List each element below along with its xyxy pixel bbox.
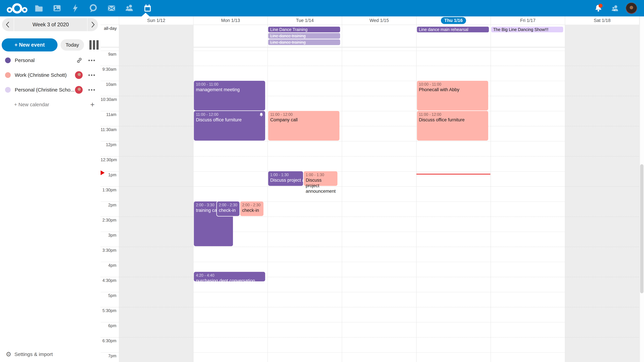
gear-icon: ⚙ — [6, 351, 12, 358]
time-axis-label: 11am — [100, 112, 116, 117]
event-title: Discuss office furniture — [196, 117, 263, 123]
time-axis-label: 3:30pm — [100, 248, 116, 253]
calendar-menu-icon[interactable] — [88, 87, 95, 92]
hour-gridline — [100, 81, 639, 81]
day-column-separator — [268, 16, 268, 362]
weekend-column-shading — [565, 25, 639, 362]
activity-app-lightning-icon[interactable] — [69, 0, 82, 16]
time-axis-label: 5pm — [100, 293, 116, 298]
event-time: 4:20 - 4:40 — [196, 273, 263, 278]
week-label-button[interactable]: Week 3 of 2020 — [14, 18, 87, 31]
half-hour-gridline — [100, 186, 639, 187]
day-column-separator — [490, 16, 491, 362]
all-day-event-chip[interactable]: Line dance training — [268, 33, 340, 39]
time-axis-label: 2pm — [100, 203, 116, 207]
hour-gridline — [100, 322, 639, 323]
day-header-sun: Sun 1/12 — [119, 16, 193, 25]
calendar-name: Personal (Christine Scho... — [15, 87, 75, 93]
vertical-scrollbar-thumb[interactable] — [640, 164, 644, 293]
day-header-label: Tue 1/14 — [296, 18, 314, 23]
half-hour-gridline — [100, 126, 639, 126]
calendar-event[interactable]: 2:00 - 2:30check-in — [217, 201, 240, 216]
day-header-fri: Fri 1/17 — [491, 16, 565, 25]
talk-app-chat-bubble-icon[interactable] — [86, 0, 100, 16]
time-axis-label: 12pm — [100, 142, 116, 147]
time-axis-label: 9am — [100, 52, 116, 57]
all-day-event-chip[interactable]: The Big Line Dancing Show!!! — [491, 27, 563, 32]
time-axis-label: 1:30pm — [100, 188, 116, 192]
hour-gridline — [100, 292, 639, 292]
half-hour-gridline — [100, 277, 639, 277]
photos-app-icon[interactable] — [50, 0, 64, 16]
current-time-line — [416, 174, 490, 174]
day-column-separator — [416, 16, 416, 362]
half-hour-gridline — [100, 217, 639, 217]
time-axis-label: 4pm — [100, 263, 116, 268]
hour-gridline — [100, 232, 639, 232]
new-calendar-button[interactable]: + New calendar + — [0, 97, 100, 112]
calendar-sidebar: Week 3 of 2020 + New event Today Persona… — [0, 16, 100, 362]
time-axis-label: 7pm — [100, 354, 116, 358]
half-hour-gridline — [100, 96, 639, 96]
calendar-event[interactable]: 10:00 - 11:00Phonecall with Abby — [417, 81, 488, 110]
files-app-folder-icon[interactable] — [32, 0, 45, 16]
time-axis-label: 3pm — [100, 233, 116, 238]
day-column-separator — [342, 16, 342, 362]
calendar-item-personal-christine[interactable]: Personal (Christine Scho... — [0, 82, 100, 97]
share-link-icon[interactable] — [76, 57, 83, 64]
new-calendar-label: + New calendar — [14, 102, 49, 107]
user-avatar[interactable] — [624, 0, 639, 16]
new-event-button[interactable]: + New event — [2, 38, 58, 51]
next-week-button[interactable] — [88, 18, 98, 31]
all-day-event-chip[interactable]: Line Dance Training — [268, 27, 340, 32]
event-time: 11:00 - 12:00 — [270, 112, 338, 117]
calendar-event[interactable]: 2:00 - 2:30check-in — [240, 201, 264, 216]
calendar-event[interactable]: 1:00 - 1:30Discuss project ann — [268, 171, 303, 186]
notifications-bell-icon[interactable] — [591, 0, 606, 16]
reminder-bell-icon — [259, 112, 264, 117]
mail-app-envelope-icon[interactable] — [105, 0, 118, 16]
day-header-sat: Sat 1/18 — [565, 16, 639, 25]
calendar-item-personal[interactable]: Personal — [0, 53, 100, 68]
calendar-name: Personal — [15, 57, 34, 63]
day-column-separator — [119, 16, 119, 362]
calendar-event[interactable]: 11:00 - 12:00Company call — [268, 111, 340, 141]
calendar-event[interactable]: 11:00 - 12:00Discuss office furniture — [417, 111, 488, 141]
previous-week-button[interactable] — [2, 18, 14, 31]
nextcloud-logo[interactable] — [6, 2, 28, 15]
calendar-event[interactable]: 1:00 - 1:30Discuss project announcement — [304, 171, 338, 186]
all-day-event-chip[interactable]: Line dance training — [268, 39, 340, 45]
calendar-item-work-christine[interactable]: Work (Christine Schott) — [0, 68, 100, 82]
contacts-menu-person-icon[interactable] — [608, 0, 622, 16]
time-axis-label: 9:30am — [100, 67, 116, 72]
view-columns-icon[interactable] — [90, 40, 98, 50]
day-header-label: Mon 1/13 — [221, 18, 240, 23]
all-day-event-chip[interactable]: Line dance main rehearsal — [417, 27, 489, 32]
event-title: check-in — [219, 208, 238, 213]
calendar-event[interactable]: 11:00 - 12:00Discuss office furniture — [194, 111, 265, 141]
day-header-mon: Mon 1/13 — [193, 16, 268, 25]
contacts-app-people-icon[interactable] — [122, 0, 136, 16]
calendar-menu-icon[interactable] — [88, 58, 95, 63]
hour-gridline — [100, 51, 639, 51]
hour-gridline — [100, 201, 639, 202]
hour-gridline — [100, 171, 639, 172]
shared-by-avatar — [75, 71, 83, 79]
vertical-scrollbar-track — [640, 16, 644, 362]
calendar-event[interactable]: 10:00 - 11:00management meeting — [194, 81, 265, 110]
today-button[interactable]: Today — [60, 39, 84, 51]
calendar-menu-icon[interactable] — [88, 73, 95, 78]
event-time: 10:00 - 11:00 — [196, 82, 263, 87]
event-time: 2:00 - 2:30 — [219, 203, 238, 208]
settings-import-button[interactable]: ⚙ Settings & import — [6, 351, 53, 358]
day-header-label: Fri 1/17 — [520, 18, 536, 23]
event-title: check-in — [242, 208, 262, 213]
calendar-list: Personal Work (Christine Schott) — [0, 53, 100, 112]
week-navigation: Week 3 of 2020 — [2, 18, 98, 31]
day-header-label: Sun 1/12 — [147, 18, 165, 23]
time-axis-label: 4:30pm — [100, 278, 116, 283]
calendar-event[interactable]: 4:20 - 4:40purchasing dept conversation — [194, 272, 265, 281]
half-hour-gridline — [100, 247, 639, 247]
hour-gridline — [100, 262, 639, 262]
plus-icon: + — [90, 100, 94, 109]
